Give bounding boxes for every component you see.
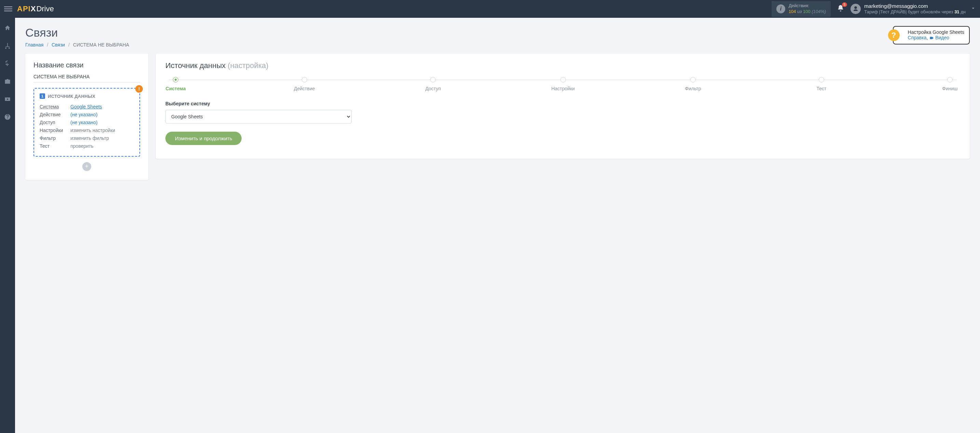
user-icon	[853, 6, 859, 12]
content: ? Настройка Google Sheets Справка, Видео…	[15, 18, 980, 433]
config-panel: Источник данных (настройка) Система Дейс…	[156, 54, 970, 159]
stepper: Система Действие Доступ Настройки Фильтр…	[165, 77, 960, 91]
row-system-key: Система	[40, 103, 70, 111]
connection-card: Название связи СИСТЕМА НЕ ВЫБРАНА ! 1 ИС…	[25, 54, 148, 180]
breadcrumb-home[interactable]: Главная	[25, 42, 43, 48]
user-menu-chevron[interactable]	[970, 5, 976, 12]
panel-title: Источник данных (настройка)	[165, 61, 960, 70]
page-title: Связи	[25, 26, 970, 39]
row-settings-value[interactable]: изменить настройки	[70, 128, 115, 133]
help-reference-link[interactable]: Справка	[908, 35, 927, 40]
row-access-key: Доступ	[40, 119, 70, 126]
add-destination-button[interactable]: +	[82, 162, 91, 171]
source-title: ИСТОЧНИК ДАННЫХ	[48, 94, 95, 99]
info-icon: i	[776, 5, 785, 13]
dollar-icon	[4, 60, 11, 67]
step-system[interactable]: Система	[165, 77, 186, 91]
user-tariff: Тариф |Тест ДРАЙВ| будет обновлён через …	[864, 9, 966, 15]
connection-name-input[interactable]: СИСТЕМА НЕ ВЫБРАНА	[33, 74, 140, 82]
logo-x: X	[31, 5, 36, 13]
data-source-box: ! 1 ИСТОЧНИК ДАННЫХ СистемаGoogle Sheets…	[33, 88, 140, 157]
actions-pct: (104%)	[811, 9, 826, 14]
step-access[interactable]: Доступ	[423, 77, 443, 91]
menu-toggle[interactable]	[4, 5, 12, 13]
connection-heading: Название связи	[33, 61, 140, 69]
nav-connections[interactable]	[0, 40, 15, 52]
youtube-icon	[4, 96, 11, 102]
row-access-value[interactable]: (не указано)	[70, 120, 98, 125]
source-number: 1	[40, 93, 45, 99]
notifications-button[interactable]: 5	[837, 5, 844, 13]
row-filter-value[interactable]: изменить фильтр	[70, 136, 109, 141]
row-system-value[interactable]: Google Sheets	[70, 104, 102, 109]
help-question-icon: ?	[888, 29, 900, 41]
row-test-key: Тест	[40, 142, 70, 150]
actions-summary[interactable]: i Действия: 104 из 100 (104%)	[772, 1, 830, 17]
breadcrumb: Главная / Связи / СИСТЕМА НЕ ВЫБРАНА	[25, 42, 970, 48]
question-icon	[4, 113, 11, 120]
chevron-down-icon	[970, 5, 976, 11]
row-filter-key: Фильтр	[40, 134, 70, 142]
help-box: ? Настройка Google Sheets Справка, Видео	[893, 26, 970, 45]
topbar: APIXDrive i Действия: 104 из 100 (104%) …	[0, 0, 980, 18]
user-email: marketing@messaggio.com	[864, 3, 966, 10]
continue-button[interactable]: Изменить и продолжить	[165, 132, 242, 145]
step-action[interactable]: Действие	[294, 77, 315, 91]
logo-drive: Drive	[36, 5, 54, 13]
step-test[interactable]: Тест	[811, 77, 832, 91]
nav-video[interactable]	[0, 93, 15, 105]
actions-label: Действия:	[789, 3, 826, 9]
actions-count: 104	[789, 9, 796, 14]
briefcase-icon	[4, 78, 11, 85]
step-finish[interactable]: Финиш	[940, 77, 960, 91]
help-video-link[interactable]: Видео	[935, 35, 949, 40]
home-icon	[4, 25, 11, 32]
actions-iz: из	[797, 9, 802, 14]
row-action-value[interactable]: (не указано)	[70, 112, 98, 117]
user-block[interactable]: marketing@messaggio.com Тариф |Тест ДРАЙ…	[864, 3, 966, 15]
sidebar	[0, 18, 15, 433]
breadcrumb-current: СИСТЕМА НЕ ВЫБРАНА	[73, 42, 129, 48]
logo-api: API	[17, 5, 31, 13]
notifications-badge: 5	[842, 2, 848, 7]
help-title: Настройка Google Sheets	[908, 29, 964, 35]
row-action-key: Действие	[40, 111, 70, 119]
video-icon	[929, 35, 934, 41]
breadcrumb-links[interactable]: Связи	[52, 42, 65, 48]
nav-billing[interactable]	[0, 58, 15, 70]
row-settings-key: Настройки	[40, 126, 70, 134]
nav-help[interactable]	[0, 111, 15, 123]
nav-briefcase[interactable]	[0, 75, 15, 88]
system-select[interactable]: Google Sheets	[165, 110, 352, 123]
nav-home[interactable]	[0, 22, 15, 34]
actions-text: Действия: 104 из 100 (104%)	[789, 3, 826, 15]
row-test-value[interactable]: проверить	[70, 143, 94, 149]
step-filter[interactable]: Фильтр	[683, 77, 703, 91]
logo[interactable]: APIXDrive	[17, 5, 54, 13]
step-settings[interactable]: Настройки	[551, 77, 575, 91]
system-field-label: Выберите систему	[165, 101, 960, 106]
actions-total: 100	[803, 9, 810, 14]
warning-icon: !	[135, 85, 143, 93]
sitemap-icon	[4, 42, 11, 49]
avatar[interactable]	[851, 4, 861, 14]
